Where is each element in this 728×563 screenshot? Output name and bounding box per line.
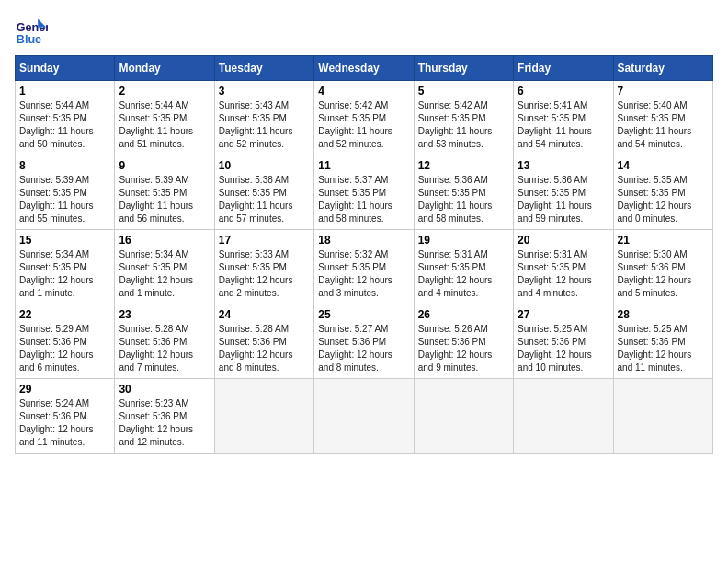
calendar-day-cell: 17Sunrise: 5:33 AMSunset: 5:35 PMDayligh… xyxy=(214,230,313,304)
day-info: Sunrise: 5:42 AMSunset: 5:35 PMDaylight:… xyxy=(418,99,509,151)
calendar-day-cell: 5Sunrise: 5:42 AMSunset: 5:35 PMDaylight… xyxy=(414,81,513,155)
day-info: Sunrise: 5:29 AMSunset: 5:36 PMDaylight:… xyxy=(19,323,110,374)
day-info: Sunrise: 5:43 AMSunset: 5:35 PMDaylight:… xyxy=(219,99,310,151)
day-number: 27 xyxy=(518,308,609,321)
calendar-week-row: 29Sunrise: 5:24 AMSunset: 5:36 PMDayligh… xyxy=(16,379,713,454)
day-number: 17 xyxy=(219,234,310,247)
day-number: 26 xyxy=(418,308,509,321)
day-number: 8 xyxy=(19,159,110,172)
day-number: 15 xyxy=(19,234,110,247)
day-info: Sunrise: 5:25 AMSunset: 5:36 PMDaylight:… xyxy=(618,323,709,374)
calendar-week-row: 22Sunrise: 5:29 AMSunset: 5:36 PMDayligh… xyxy=(16,304,713,379)
calendar-day-header: Monday xyxy=(115,56,214,81)
day-number: 10 xyxy=(219,159,310,172)
day-number: 2 xyxy=(119,85,210,98)
day-number: 16 xyxy=(119,234,210,247)
calendar-body: 1Sunrise: 5:44 AMSunset: 5:35 PMDaylight… xyxy=(16,81,713,454)
calendar-day-cell: 10Sunrise: 5:38 AMSunset: 5:35 PMDayligh… xyxy=(214,155,313,230)
day-info: Sunrise: 5:31 AMSunset: 5:35 PMDaylight:… xyxy=(418,248,509,300)
day-number: 11 xyxy=(318,159,409,172)
day-number: 19 xyxy=(418,234,509,247)
calendar-day-cell: 30Sunrise: 5:23 AMSunset: 5:36 PMDayligh… xyxy=(115,379,214,454)
calendar-day-cell xyxy=(314,379,414,454)
calendar-day-header: Friday xyxy=(514,56,613,81)
day-info: Sunrise: 5:26 AMSunset: 5:36 PMDaylight:… xyxy=(418,323,509,374)
calendar-day-cell: 24Sunrise: 5:28 AMSunset: 5:36 PMDayligh… xyxy=(214,304,313,379)
day-info: Sunrise: 5:36 AMSunset: 5:35 PMDaylight:… xyxy=(418,174,509,225)
day-number: 30 xyxy=(119,383,210,396)
day-number: 20 xyxy=(518,234,609,247)
calendar-day-cell: 1Sunrise: 5:44 AMSunset: 5:35 PMDaylight… xyxy=(16,81,115,155)
day-number: 21 xyxy=(618,234,709,247)
calendar-day-cell: 20Sunrise: 5:31 AMSunset: 5:35 PMDayligh… xyxy=(514,230,613,304)
calendar-week-row: 1Sunrise: 5:44 AMSunset: 5:35 PMDaylight… xyxy=(16,81,713,155)
calendar-day-cell xyxy=(214,379,313,454)
calendar-day-cell: 28Sunrise: 5:25 AMSunset: 5:36 PMDayligh… xyxy=(613,304,712,379)
calendar-day-cell: 7Sunrise: 5:40 AMSunset: 5:35 PMDaylight… xyxy=(613,81,712,155)
day-number: 14 xyxy=(618,159,709,172)
calendar-day-header: Saturday xyxy=(613,56,712,81)
day-info: Sunrise: 5:44 AMSunset: 5:35 PMDaylight:… xyxy=(19,99,110,151)
calendar-week-row: 15Sunrise: 5:34 AMSunset: 5:35 PMDayligh… xyxy=(16,230,713,304)
calendar-day-cell: 4Sunrise: 5:42 AMSunset: 5:35 PMDaylight… xyxy=(314,81,414,155)
calendar-day-cell: 23Sunrise: 5:28 AMSunset: 5:36 PMDayligh… xyxy=(115,304,214,379)
day-number: 25 xyxy=(318,308,409,321)
day-info: Sunrise: 5:44 AMSunset: 5:35 PMDaylight:… xyxy=(119,99,210,151)
day-info: Sunrise: 5:23 AMSunset: 5:36 PMDaylight:… xyxy=(119,397,210,449)
page-header: General Blue xyxy=(15,15,713,48)
logo: General Blue xyxy=(15,15,51,48)
day-number: 1 xyxy=(19,85,110,98)
calendar-header-row: SundayMondayTuesdayWednesdayThursdayFrid… xyxy=(16,56,713,81)
day-number: 28 xyxy=(618,308,709,321)
calendar-day-cell: 6Sunrise: 5:41 AMSunset: 5:35 PMDaylight… xyxy=(514,81,613,155)
calendar-day-cell: 25Sunrise: 5:27 AMSunset: 5:36 PMDayligh… xyxy=(314,304,414,379)
day-number: 18 xyxy=(318,234,409,247)
logo-icon: General Blue xyxy=(15,15,48,48)
calendar-day-cell: 12Sunrise: 5:36 AMSunset: 5:35 PMDayligh… xyxy=(414,155,513,230)
calendar-week-row: 8Sunrise: 5:39 AMSunset: 5:35 PMDaylight… xyxy=(16,155,713,230)
day-info: Sunrise: 5:41 AMSunset: 5:35 PMDaylight:… xyxy=(518,99,609,151)
day-number: 3 xyxy=(219,85,310,98)
calendar-day-cell: 26Sunrise: 5:26 AMSunset: 5:36 PMDayligh… xyxy=(414,304,513,379)
day-info: Sunrise: 5:35 AMSunset: 5:35 PMDaylight:… xyxy=(618,174,709,225)
calendar-day-header: Tuesday xyxy=(214,56,313,81)
day-number: 9 xyxy=(119,159,210,172)
day-info: Sunrise: 5:42 AMSunset: 5:35 PMDaylight:… xyxy=(318,99,409,151)
day-info: Sunrise: 5:39 AMSunset: 5:35 PMDaylight:… xyxy=(119,174,210,225)
day-number: 29 xyxy=(19,383,110,396)
day-info: Sunrise: 5:28 AMSunset: 5:36 PMDaylight:… xyxy=(119,323,210,374)
calendar-day-cell: 8Sunrise: 5:39 AMSunset: 5:35 PMDaylight… xyxy=(16,155,115,230)
day-number: 7 xyxy=(618,85,709,98)
day-info: Sunrise: 5:33 AMSunset: 5:35 PMDaylight:… xyxy=(219,248,310,300)
day-info: Sunrise: 5:27 AMSunset: 5:36 PMDaylight:… xyxy=(318,323,409,374)
day-info: Sunrise: 5:37 AMSunset: 5:35 PMDaylight:… xyxy=(318,174,409,225)
day-info: Sunrise: 5:34 AMSunset: 5:35 PMDaylight:… xyxy=(19,248,110,300)
calendar-day-cell: 18Sunrise: 5:32 AMSunset: 5:35 PMDayligh… xyxy=(314,230,414,304)
day-info: Sunrise: 5:40 AMSunset: 5:35 PMDaylight:… xyxy=(618,99,709,151)
calendar-table: SundayMondayTuesdayWednesdayThursdayFrid… xyxy=(15,55,713,454)
day-number: 22 xyxy=(19,308,110,321)
calendar-day-header: Sunday xyxy=(16,56,115,81)
day-number: 6 xyxy=(518,85,609,98)
day-number: 23 xyxy=(119,308,210,321)
calendar-day-cell: 2Sunrise: 5:44 AMSunset: 5:35 PMDaylight… xyxy=(115,81,214,155)
day-info: Sunrise: 5:28 AMSunset: 5:36 PMDaylight:… xyxy=(219,323,310,374)
day-info: Sunrise: 5:24 AMSunset: 5:36 PMDaylight:… xyxy=(19,397,110,449)
calendar-day-cell: 15Sunrise: 5:34 AMSunset: 5:35 PMDayligh… xyxy=(16,230,115,304)
calendar-day-cell: 13Sunrise: 5:36 AMSunset: 5:35 PMDayligh… xyxy=(514,155,613,230)
day-info: Sunrise: 5:36 AMSunset: 5:35 PMDaylight:… xyxy=(518,174,609,225)
day-info: Sunrise: 5:30 AMSunset: 5:36 PMDaylight:… xyxy=(618,248,709,300)
svg-text:Blue: Blue xyxy=(17,33,41,46)
calendar-day-cell xyxy=(613,379,712,454)
calendar-day-cell xyxy=(414,379,513,454)
calendar-day-cell xyxy=(514,379,613,454)
calendar-day-cell: 3Sunrise: 5:43 AMSunset: 5:35 PMDaylight… xyxy=(214,81,313,155)
calendar-day-cell: 14Sunrise: 5:35 AMSunset: 5:35 PMDayligh… xyxy=(613,155,712,230)
day-info: Sunrise: 5:31 AMSunset: 5:35 PMDaylight:… xyxy=(518,248,609,300)
calendar-day-cell: 19Sunrise: 5:31 AMSunset: 5:35 PMDayligh… xyxy=(414,230,513,304)
calendar-day-cell: 29Sunrise: 5:24 AMSunset: 5:36 PMDayligh… xyxy=(16,379,115,454)
day-number: 13 xyxy=(518,159,609,172)
day-info: Sunrise: 5:38 AMSunset: 5:35 PMDaylight:… xyxy=(219,174,310,225)
calendar-day-cell: 11Sunrise: 5:37 AMSunset: 5:35 PMDayligh… xyxy=(314,155,414,230)
calendar-day-cell: 27Sunrise: 5:25 AMSunset: 5:36 PMDayligh… xyxy=(514,304,613,379)
